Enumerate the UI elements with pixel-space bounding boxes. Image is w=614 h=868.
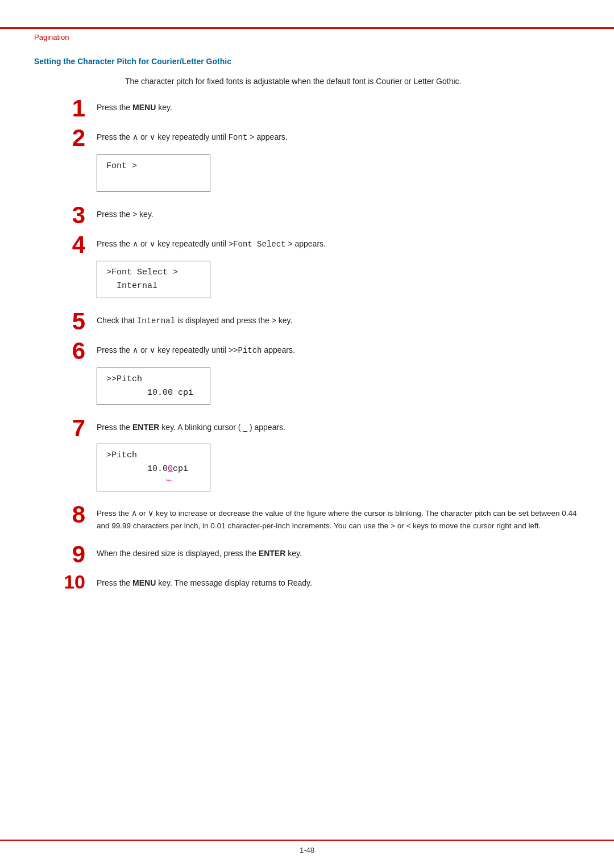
step-2-display: Font >: [97, 155, 210, 192]
step-8-number: 8: [34, 503, 97, 527]
step-10-number: 10: [34, 572, 97, 591]
cursor-arrow: ↪←: [106, 476, 201, 486]
intro-text: The character pitch for fixed fonts is a…: [125, 75, 580, 87]
step-9-content: When the desired size is displayed, pres…: [97, 545, 580, 564]
page-number: 1-48: [300, 846, 314, 854]
step-5-content: Check that Internal is displayed and pre…: [97, 312, 580, 332]
pagination-label: Pagination: [34, 33, 69, 41]
step-6-display-line2: 10.00 cpi: [106, 386, 201, 400]
step-6: 6 Press the ∧ or ∨ key repeatedly until …: [34, 341, 580, 410]
step-4-display: >Font Select > Internal: [97, 261, 210, 298]
steps-list: 1 Press the MENU key. 2 Press the ∧ or ∨…: [34, 99, 580, 594]
step-6-code: >>Pitch: [229, 346, 262, 355]
step-7: 7 Press the ENTER key. A blinking cursor…: [34, 419, 580, 497]
step-2-code: Font: [229, 133, 248, 142]
step-2: 2 Press the ∧ or ∨ key repeatedly until …: [34, 128, 580, 197]
menu-key-10: MENU: [132, 578, 156, 587]
step-6-number: 6: [34, 339, 97, 363]
step-6-display: >>Pitch 10.00 cpi: [97, 368, 210, 405]
step-1-number: 1: [34, 97, 97, 120]
step-4-display-line2: Internal: [106, 279, 201, 293]
step-3: 3 Press the > key.: [34, 206, 580, 227]
bottom-rule: [0, 840, 614, 841]
step-2-number: 2: [34, 126, 97, 150]
step-4-content: Press the ∧ or ∨ key repeatedly until >F…: [97, 235, 580, 304]
step-5: 5 Check that Internal is displayed and p…: [34, 312, 580, 333]
step-7-display-line2: 10.00cpi: [106, 462, 201, 476]
step-3-content: Press the > key.: [97, 206, 580, 225]
step-4-code: >Font Select: [229, 240, 286, 249]
step-4: 4 Press the ∧ or ∨ key repeatedly until …: [34, 235, 580, 304]
step-9: 9 When the desired size is displayed, pr…: [34, 545, 580, 566]
step-2-display-line2: [106, 173, 201, 187]
section-heading: Setting the Character Pitch for Courier/…: [34, 57, 580, 66]
cursor-char: 0: [168, 464, 173, 474]
step-5-number: 5: [34, 310, 97, 333]
step-6-content: Press the ∧ or ∨ key repeatedly until >>…: [97, 341, 580, 410]
step-6-display-line1: >>Pitch: [106, 373, 201, 386]
step-7-number: 7: [34, 416, 97, 440]
step-9-number: 9: [34, 542, 97, 566]
step-7-content: Press the ENTER key. A blinking cursor (…: [97, 419, 580, 497]
enter-key-7: ENTER: [132, 423, 159, 432]
step-10-content: Press the MENU key. The message display …: [97, 574, 580, 594]
step-10: 10 Press the MENU key. The message displ…: [34, 574, 580, 594]
step-1-content: Press the MENU key.: [97, 99, 580, 118]
step-4-number: 4: [34, 233, 97, 257]
step-3-number: 3: [34, 203, 97, 227]
step-8: 8 Press the ∧ or ∨ key to increase or de…: [34, 505, 580, 537]
step-7-display-line1: >Pitch: [106, 449, 201, 462]
step-2-display-line1: Font >: [106, 160, 201, 173]
enter-key-9: ENTER: [259, 549, 285, 558]
top-rule: [0, 27, 614, 29]
step-4-display-line1: >Font Select >: [106, 266, 201, 279]
menu-key-1: MENU: [132, 103, 156, 112]
step-2-content: Press the ∧ or ∨ key repeatedly until Fo…: [97, 128, 580, 197]
step-5-code: Internal: [137, 316, 175, 326]
step-7-cpi: cpi: [173, 464, 188, 474]
page-container: Pagination Setting the Character Pitch f…: [0, 0, 614, 868]
step-1: 1 Press the MENU key.: [34, 99, 580, 120]
step-8-content: Press the ∧ or ∨ key to increase or decr…: [97, 505, 580, 537]
step-7-display: >Pitch 10.00cpi ↪←: [97, 444, 210, 491]
main-content: Setting the Character Pitch for Courier/…: [34, 57, 580, 602]
